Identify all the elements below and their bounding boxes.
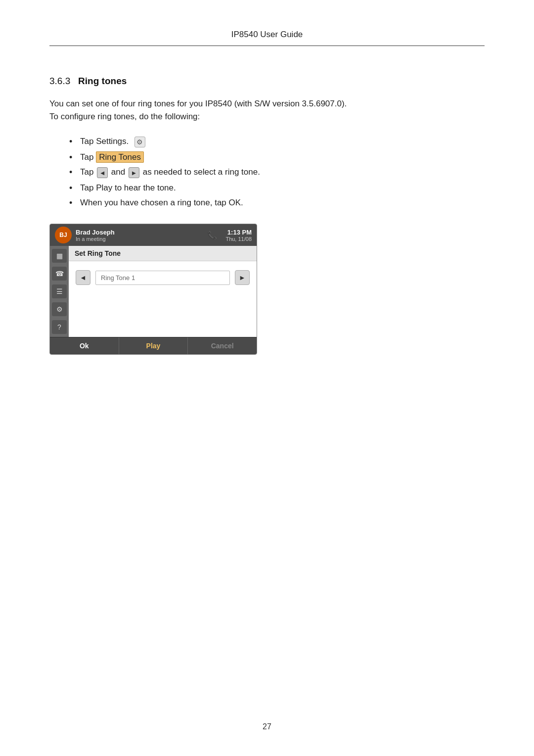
phone-topbar: BJ Brad Joseph In a meeting 📞 1:13 PM Th… [50,224,257,246]
body-line2: To configure ring tones, do the followin… [49,112,200,121]
doc-title: IP8540 User Guide [231,30,303,39]
body-line1: You can set one of four ring tones for y… [49,99,347,108]
list-item: Tap ◄ and ► as needed to select a ring t… [69,167,485,178]
right-arrow-icon: ► [239,274,246,282]
page-number: 27 [263,722,271,731]
bullet-text-3: Tap ◄ and ► as needed to select a ring t… [80,167,260,177]
screen-title: Set Ring Tone [69,246,257,261]
call-icon: 📞 [206,229,219,241]
phone-bottom-buttons: Ok Play Cancel [50,337,257,354]
section-title: Ring tones [78,76,127,86]
left-arrow-button[interactable]: ◄ [76,270,90,285]
user-name: Brad Joseph [76,229,202,236]
sidebar-icon-5: ? [52,320,67,334]
left-arrow-inline: ◄ [97,167,108,178]
phone-content: Set Ring Tone ◄ Ring Tone 1 ► [69,246,257,337]
bullet-text-5: When you have chosen a ring tone, tap OK… [80,198,243,207]
list-item: Tap Settings. [69,137,485,147]
avatar: BJ [55,227,72,243]
phone-time: 1:13 PM [225,229,252,236]
right-arrow-button[interactable]: ► [235,270,250,285]
ring-tone-selector: ◄ Ring Tone 1 ► [69,261,257,294]
section-number: 3.6.3 [49,76,70,86]
right-arrow-inline: ► [129,167,139,178]
phone-sidebar: ▦ ☎ ☰ ⚙ ? [50,246,69,337]
left-arrow-icon: ◄ [80,274,87,282]
phone-main: ▦ ☎ ☰ ⚙ ? Set Ring Tone ◄ Ring Tone 1 ► [50,246,257,337]
time-block: 1:13 PM Thu, 11/08 [225,229,252,242]
bullet-text-4: Tap Play to hear the tone. [80,183,176,192]
user-status: In a meeting [76,236,202,242]
sidebar-icon-3: ☰ [52,284,67,298]
bullet-text-2: Tap Ring Tones [80,151,144,163]
instruction-list: Tap Settings. Tap Ring Tones Tap ◄ and ►… [69,137,485,208]
doc-header: IP8540 User Guide [49,30,485,46]
list-item: Tap Ring Tones [69,152,485,162]
cancel-button[interactable]: Cancel [188,337,257,354]
section-heading: 3.6.3 Ring tones [49,76,485,87]
list-item: When you have chosen a ring tone, tap OK… [69,198,485,208]
phone-ui-screenshot: BJ Brad Joseph In a meeting 📞 1:13 PM Th… [49,224,257,355]
ok-button[interactable]: Ok [50,337,119,354]
play-button[interactable]: Play [119,337,188,354]
sidebar-icon-4: ⚙ [52,302,67,316]
phone-date: Thu, 11/08 [225,236,252,242]
list-item: Tap Play to hear the tone. [69,183,485,193]
ring-tones-highlight: Ring Tones [96,151,144,163]
sidebar-icon-2: ☎ [52,267,67,281]
user-info: Brad Joseph In a meeting [76,229,202,242]
bullet-text-1: Tap Settings. [80,137,131,146]
body-text: You can set one of four ring tones for y… [49,97,485,123]
settings-icon [134,137,145,147]
ring-tone-value: Ring Tone 1 [95,271,230,285]
sidebar-icon-1: ▦ [52,249,67,263]
